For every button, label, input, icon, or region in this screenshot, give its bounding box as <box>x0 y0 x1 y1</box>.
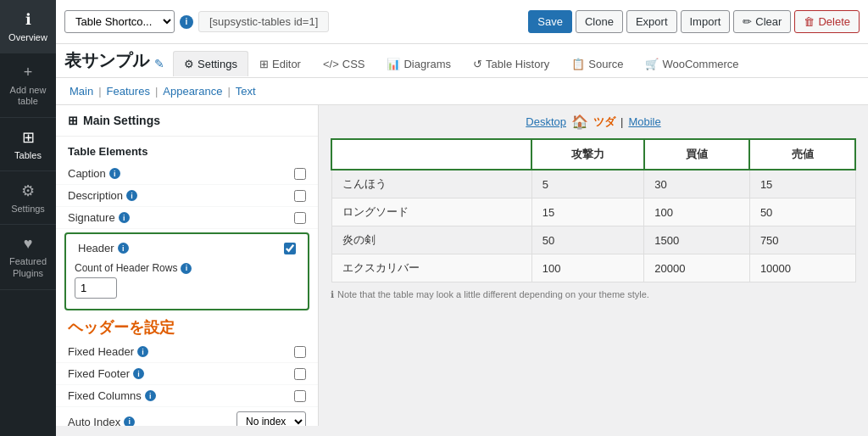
panel-header-title: Main Settings <box>83 114 160 127</box>
fixed-header-row: Fixed Header i <box>56 341 318 363</box>
tab-woocommerce[interactable]: 🛒 WooCommerce <box>634 51 749 76</box>
description-label: Description i <box>68 189 137 202</box>
caption-checkbox[interactable] <box>294 168 306 180</box>
clear-button[interactable]: ✏ Clear <box>733 10 791 33</box>
row-buy: 20000 <box>644 254 750 282</box>
header-info-icon[interactable]: i <box>118 243 129 254</box>
fixed-footer-checkbox[interactable] <box>294 368 306 380</box>
caption-row: Caption i <box>56 163 318 185</box>
save-button[interactable]: Save <box>528 10 572 33</box>
auto-index-label: Auto Index i <box>68 416 135 427</box>
col-header-name <box>331 139 531 170</box>
fixed-columns-checkbox[interactable] <box>294 390 306 402</box>
sidebar-item-settings[interactable]: ⚙ Settings <box>0 171 56 225</box>
tab-editor[interactable]: ⊞ Editor <box>248 51 312 76</box>
table-note: ℹ Note that the table may look a little … <box>331 289 856 300</box>
count-header-label: Count of Header Rows i <box>75 262 299 274</box>
row-name: こんほう <box>331 170 531 198</box>
table-elements-title: Table Elements <box>56 137 318 163</box>
delete-button[interactable]: 🗑 Delete <box>794 10 860 33</box>
description-checkbox[interactable] <box>294 190 306 202</box>
desktop-view-link[interactable]: Desktop <box>526 115 566 128</box>
sidebar-item-label: Featured Plugins <box>3 256 53 278</box>
fixed-header-checkbox[interactable] <box>294 346 306 358</box>
auto-index-select[interactable]: No index 1, 2, 3 A, B, C <box>236 411 306 426</box>
fixed-footer-info-icon[interactable]: i <box>133 368 144 379</box>
header-section: Header i Count of Header Rows i <box>64 232 309 310</box>
export-button[interactable]: Export <box>626 10 677 33</box>
auto-index-info-icon[interactable]: i <box>124 416 135 427</box>
sub-nav: Main | Features | Appearance | Text <box>56 78 868 105</box>
sidebar-item-featured[interactable]: ♥ Featured Plugins <box>0 225 56 289</box>
view-mid-text: ツダ <box>593 115 615 130</box>
subnav-appearance[interactable]: Appearance <box>158 83 227 99</box>
top-bar-actions: Save Clone Export Import ✏ Clear 🗑 Delet… <box>528 10 860 33</box>
row-attack: 5 <box>531 170 643 198</box>
page-title: 表サンプル <box>64 49 149 77</box>
col-header-buy: 買値 <box>644 139 750 170</box>
row-sell: 50 <box>749 198 855 226</box>
col-header-attack: 攻撃力 <box>531 139 643 170</box>
fixed-columns-info-icon[interactable]: i <box>145 390 156 401</box>
description-info-icon[interactable]: i <box>126 190 137 201</box>
subnav-main[interactable]: Main <box>64 83 98 99</box>
sidebar-item-add-new[interactable]: + Add new table <box>0 53 56 118</box>
fixed-header-label: Fixed Header i <box>68 345 148 358</box>
fixed-footer-label: Fixed Footer i <box>68 367 144 380</box>
sidebar-item-label: Add new table <box>3 85 53 107</box>
panel-header: ⊞ Main Settings <box>56 105 318 137</box>
sidebar-item-label: Overview <box>8 32 47 42</box>
row-attack: 100 <box>531 254 643 282</box>
home-icon: 🏠 <box>571 114 588 130</box>
fixed-header-info-icon[interactable]: i <box>137 346 148 357</box>
tab-table-history[interactable]: ↺ Table History <box>462 51 560 76</box>
row-sell: 750 <box>749 226 855 254</box>
tab-diagrams[interactable]: 📊 Diagrams <box>376 51 462 76</box>
mobile-view-link[interactable]: Mobile <box>628 115 660 128</box>
table-row: ロングソード 15 100 50 <box>331 198 855 226</box>
row-buy: 1500 <box>644 226 750 254</box>
signature-label: Signature i <box>68 211 130 224</box>
count-header-section: Count of Header Rows i <box>66 259 308 305</box>
data-table: 攻撃力 買値 売値 こんほう 5 30 15 ロングソー <box>331 138 856 282</box>
table-row: こんほう 5 30 15 <box>331 170 855 198</box>
description-row: Description i <box>56 185 318 207</box>
header-checkbox[interactable] <box>284 243 296 254</box>
sidebar-item-label: Settings <box>11 204 45 214</box>
sidebar-item-tables[interactable]: ⊞ Tables <box>0 118 56 171</box>
signature-info-icon[interactable]: i <box>119 212 130 223</box>
import-button[interactable]: Import <box>681 10 731 33</box>
sidebar-item-overview[interactable]: ℹ Overview <box>0 0 56 53</box>
clone-button[interactable]: Clone <box>576 10 623 33</box>
col-header-sell: 売値 <box>749 139 855 170</box>
row-sell: 15 <box>749 170 855 198</box>
top-bar: Table Shortco... i [supsystic-tables id=… <box>56 0 868 44</box>
fixed-footer-row: Fixed Footer i <box>56 363 318 385</box>
caption-label: Caption i <box>68 167 120 180</box>
shortcode-display: [supsystic-tables id=1] <box>198 11 329 32</box>
signature-checkbox[interactable] <box>294 212 306 224</box>
plus-icon: + <box>24 64 33 81</box>
tab-settings[interactable]: ⚙ Settings <box>173 51 248 76</box>
caption-info-icon[interactable]: i <box>109 168 120 179</box>
info-icon-circle[interactable]: i <box>180 15 193 29</box>
row-name: エクスカリバー <box>331 254 531 282</box>
subnav-text[interactable]: Text <box>231 83 261 99</box>
note-icon: ℹ <box>331 289 334 300</box>
tab-source[interactable]: 📋 Source <box>560 51 634 76</box>
edit-title-icon[interactable]: ✎ <box>154 57 164 70</box>
auto-index-row: Auto Index i No index 1, 2, 3 A, B, C <box>56 407 318 426</box>
subnav-features[interactable]: Features <box>102 83 155 99</box>
table-row: 炎の剣 50 1500 750 <box>331 226 855 254</box>
row-attack: 50 <box>531 226 643 254</box>
view-switcher: Desktop 🏠 ツダ | Mobile <box>331 114 856 130</box>
grid-icon: ⊞ <box>22 128 35 147</box>
table-select[interactable]: Table Shortco... <box>64 10 175 33</box>
row-attack: 15 <box>531 198 643 226</box>
count-header-info-icon[interactable]: i <box>181 263 192 274</box>
row-buy: 30 <box>644 170 750 198</box>
count-header-input[interactable] <box>75 277 117 299</box>
tab-css[interactable]: </> CSS <box>312 51 376 76</box>
row-buy: 100 <box>644 198 750 226</box>
top-bar-left: Table Shortco... i [supsystic-tables id=… <box>64 10 521 33</box>
